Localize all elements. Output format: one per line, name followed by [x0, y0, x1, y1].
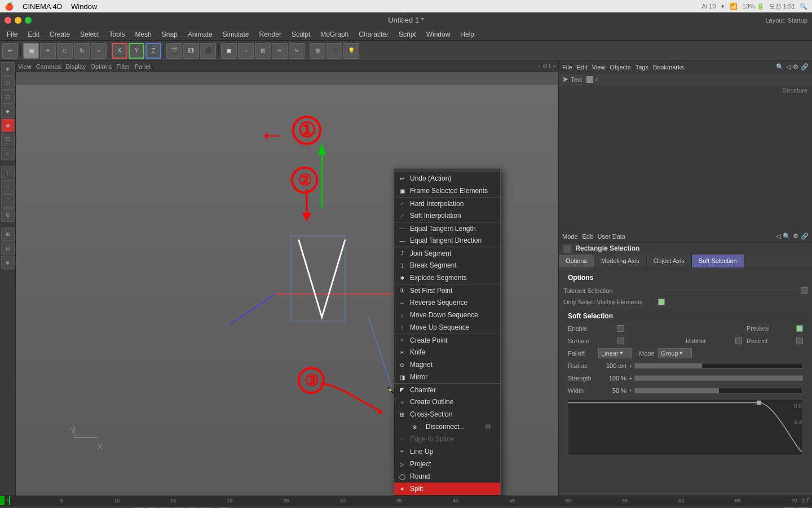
- attr-edit-menu[interactable]: Edit: [582, 233, 593, 240]
- sphere-btn[interactable]: ○: [238, 43, 254, 59]
- ctx-undo[interactable]: ↩ Undo (Action): [394, 172, 500, 185]
- deform-btn[interactable]: ⤷: [289, 43, 304, 59]
- obj-file-menu[interactable]: File: [562, 64, 572, 71]
- obj-tags-menu[interactable]: Tags: [636, 64, 648, 71]
- ctx-subdivide[interactable]: ⊠ Subdivide...: [394, 495, 500, 496]
- obj-edit-menu[interactable]: Edit: [577, 64, 588, 71]
- panel-tab[interactable]: Panel: [135, 63, 151, 70]
- ctx-hard-interp[interactable]: ⟋ Hard Interpolation: [394, 197, 500, 209]
- sidebar-poly-btn[interactable]: ◻: [1, 76, 15, 90]
- move-btn[interactable]: ↔: [91, 43, 107, 59]
- ctx-frame-selected[interactable]: ▣ Frame Selected Elements: [394, 185, 500, 197]
- strength-slider[interactable]: [634, 375, 803, 381]
- obj-objects-menu[interactable]: Objects: [610, 64, 630, 71]
- ctx-line-up[interactable]: ≡ Line Up: [394, 445, 500, 458]
- options-tab[interactable]: Options: [90, 63, 112, 70]
- undo-btn[interactable]: ↩: [2, 43, 18, 59]
- timeline-ruler[interactable]: 0510152025303540455055606570: [5, 496, 800, 505]
- maximize-button[interactable]: [25, 17, 32, 24]
- mesh-btn[interactable]: ⊞: [255, 43, 271, 59]
- width-slider[interactable]: [634, 388, 803, 393]
- sidebar-point-btn[interactable]: ◆: [1, 104, 15, 118]
- menu-character[interactable]: Character: [354, 29, 393, 40]
- menu-window[interactable]: Window: [422, 29, 455, 40]
- attr-back-icon[interactable]: ◁: [776, 233, 780, 240]
- grid-btn[interactable]: ⊞: [310, 43, 325, 59]
- knife-btn[interactable]: ✂: [272, 43, 288, 59]
- surface-check[interactable]: [617, 338, 624, 344]
- sidebar-bend-tool[interactable]: ⌒: [1, 194, 15, 208]
- y-axis[interactable]: Y: [129, 43, 144, 59]
- viewport-canvas[interactable]: Y X ← ① ② ③: [16, 85, 558, 496]
- ctx-edge-to-spline[interactable]: ~ Edge to Spline: [394, 433, 500, 445]
- menu-help[interactable]: Help: [456, 29, 479, 40]
- sidebar-edge-btn[interactable]: ⬡: [1, 90, 15, 104]
- attr-link-icon[interactable]: 🔗: [801, 233, 809, 240]
- display-tab[interactable]: Display: [65, 63, 86, 70]
- menu-select[interactable]: Select: [76, 29, 103, 40]
- only-visible-check[interactable]: ✓: [658, 299, 665, 305]
- menu-snap[interactable]: Snap: [157, 29, 182, 40]
- obj-back-icon[interactable]: ◁: [786, 63, 791, 71]
- menu-tools[interactable]: Tools: [104, 29, 129, 40]
- menu-file[interactable]: File: [2, 29, 22, 40]
- ctx-magnet[interactable]: ⊙ Magnet: [394, 358, 500, 371]
- sidebar-obj-btn[interactable]: ☐: [1, 133, 15, 146]
- menu-simulate[interactable]: Simulate: [218, 29, 254, 40]
- cam-btn[interactable]: 🎥: [326, 43, 342, 59]
- ctx-reverse-seq[interactable]: ↔ Reverse Sequence: [394, 296, 500, 309]
- filter-tab[interactable]: Filter: [116, 63, 130, 70]
- menu-animate[interactable]: Animate: [183, 29, 217, 40]
- preview-check[interactable]: ✓: [796, 325, 803, 332]
- ctx-project[interactable]: ▷ Project: [394, 458, 500, 470]
- menu-mograph[interactable]: MoGraph: [316, 29, 353, 40]
- sidebar-snap-tool[interactable]: ⊡: [1, 242, 15, 255]
- restrict-check[interactable]: [796, 338, 803, 344]
- cube-btn[interactable]: ◼: [221, 43, 237, 59]
- falloff-dropdown[interactable]: Linear ▾: [598, 348, 632, 358]
- z-axis[interactable]: Z: [145, 43, 161, 59]
- view-tab[interactable]: View: [18, 63, 32, 70]
- radius-slider[interactable]: [634, 363, 803, 369]
- sidebar-scale-tool[interactable]: ↔: [1, 180, 15, 194]
- obj-bookmarks-menu[interactable]: Bookmarks: [653, 64, 684, 71]
- menu-edit[interactable]: Edit: [23, 29, 44, 40]
- ctx-cross-section[interactable]: ⊞ Cross-Section: [394, 408, 500, 421]
- ctx-join-seg[interactable]: ⤴ Join Segment: [394, 247, 500, 259]
- add-btn[interactable]: +: [40, 43, 56, 59]
- window-menu[interactable]: Window: [71, 2, 97, 11]
- sidebar-mode-btn[interactable]: ◈: [1, 62, 15, 76]
- minimize-button[interactable]: [15, 17, 21, 24]
- obj-btn[interactable]: □: [57, 43, 73, 59]
- ctx-eq-tangent-dir[interactable]: — Equal Tangent Direction: [394, 234, 500, 247]
- menu-create[interactable]: Create: [45, 29, 74, 40]
- sidebar-light-btn[interactable]: ○: [1, 147, 15, 160]
- ctx-mirror[interactable]: ◨ Mirror: [394, 371, 500, 383]
- obj-view-menu[interactable]: View: [592, 64, 606, 71]
- menu-render[interactable]: Render: [255, 29, 286, 40]
- obj-gear-icon[interactable]: ⚙: [793, 63, 798, 71]
- x-axis[interactable]: X: [112, 43, 127, 59]
- tab-object-axis[interactable]: Object Axis: [647, 255, 692, 268]
- ctx-chamfer[interactable]: ◤ Chamfer: [394, 383, 500, 396]
- tolerant-check[interactable]: [801, 287, 807, 294]
- obj-search-icon[interactable]: 🔍: [776, 63, 784, 71]
- ctx-round[interactable]: ◯ Round: [394, 470, 500, 483]
- tab-soft-selection[interactable]: Soft Selection: [692, 255, 744, 268]
- ctx-eq-tangent-len[interactable]: — Equal Tangent Length: [394, 222, 500, 234]
- ctx-create-point[interactable]: + Create Point: [394, 334, 500, 346]
- ctx-soft-interp[interactable]: ⟋ Soft Interpolation: [394, 209, 500, 222]
- menu-script[interactable]: Script: [394, 29, 421, 40]
- obj-link-icon[interactable]: 🔗: [801, 63, 809, 71]
- tab-options[interactable]: Options: [559, 255, 594, 268]
- ctx-move-up-seq[interactable]: ↑ Move Up Sequence: [394, 321, 500, 334]
- menu-mesh[interactable]: Mesh: [130, 29, 156, 40]
- attr-mode-menu[interactable]: Mode: [562, 233, 578, 240]
- ctx-create-outline[interactable]: ○ Create Outline: [394, 396, 500, 408]
- sidebar-active-btn[interactable]: ◉: [1, 119, 15, 132]
- sidebar-move-tool[interactable]: ↑: [1, 166, 15, 179]
- rubber-check[interactable]: [735, 338, 742, 344]
- ctx-disconnect[interactable]: ⊗ Disconnect... ⚙: [394, 421, 500, 433]
- attr-userdata-menu[interactable]: User Data: [598, 233, 626, 240]
- ctx-break-seg[interactable]: ⤵ Break Segment: [394, 259, 500, 271]
